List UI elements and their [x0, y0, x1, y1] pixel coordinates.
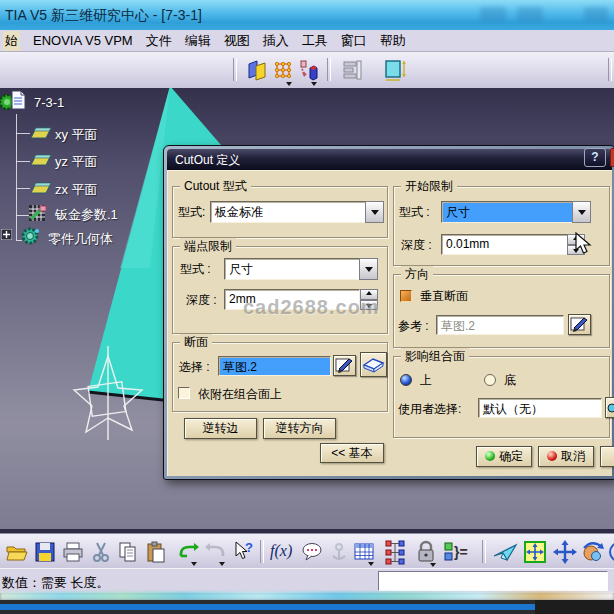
cut-icon[interactable] [89, 540, 113, 564]
plane-icon[interactable] [30, 180, 52, 196]
dialog-help-button[interactable]: ? [584, 148, 606, 167]
attach-checkbox[interactable] [178, 387, 190, 399]
tree-item-yz-plane[interactable]: yz 平面 [55, 153, 98, 171]
normal-to-profile-checkbox[interactable] [400, 290, 412, 302]
menu-window[interactable]: 窗口 [341, 32, 367, 50]
open-icon[interactable] [5, 540, 29, 564]
tree-root-label[interactable]: 7-3-1 [34, 95, 64, 110]
minimize-button[interactable] [480, 7, 506, 22]
sub-elements-book-icon[interactable] [360, 352, 387, 377]
sketch-edit-icon[interactable] [568, 314, 591, 335]
cutout-type-combo[interactable]: 板金标准 [210, 201, 367, 223]
fx-knowledge-icon[interactable]: f(x) [270, 542, 294, 566]
impact-top-radio[interactable] [400, 374, 412, 386]
lock-icon[interactable] [414, 539, 438, 563]
part-root-icon[interactable] [0, 90, 28, 112]
power-input-field[interactable] [378, 571, 608, 591]
tree-expand-icon[interactable] [1, 229, 12, 240]
menu-insert[interactable]: 插入 [263, 32, 289, 50]
dropdown-arrow-icon[interactable] [286, 82, 292, 86]
swap-visible-space-icon[interactable] [296, 58, 320, 82]
svg-text:}=: }= [454, 544, 468, 560]
start-limit-depth-label: 深度 : [401, 237, 432, 254]
combo-arrow-icon[interactable] [365, 201, 384, 223]
mouse-cursor [574, 232, 596, 256]
tree-item-xy-plane[interactable]: xy 平面 [55, 126, 98, 144]
copy-icon[interactable] [116, 540, 140, 564]
fit-all-in-icon[interactable] [522, 539, 546, 563]
comment-bubble-icon[interactable] [300, 540, 324, 564]
dialog-title: CutOut 定义 [175, 152, 240, 169]
plane-icon[interactable] [30, 152, 52, 168]
dropdown-arrow-icon[interactable] [311, 82, 317, 86]
help-pointer-icon[interactable]: ? [232, 540, 256, 564]
end-limit-type-combo[interactable]: 尺寸 [224, 258, 361, 280]
bottom-toolbar: ? f(x) }= [0, 533, 614, 569]
undo-icon[interactable] [176, 540, 200, 564]
structure-tree-icon[interactable] [384, 539, 408, 563]
tree-item-sheetmetal-params[interactable]: 钣金参数.1 [55, 206, 118, 224]
sheetmetal-parameters-icon[interactable] [28, 204, 48, 224]
section-selection-field[interactable]: 草图.2 [218, 356, 331, 376]
preview-button[interactable]: 预 [600, 446, 614, 467]
save-icon[interactable] [33, 540, 57, 564]
reverse-edge-button[interactable]: 逆转边 [184, 418, 257, 439]
ok-button[interactable]: 确定 [476, 446, 532, 467]
fly-mode-icon[interactable] [492, 540, 516, 564]
grid-points-icon[interactable] [271, 58, 295, 82]
formula-constraint-icon[interactable]: }= [443, 540, 467, 564]
svg-text:?: ? [245, 540, 253, 555]
part-body-icon[interactable] [20, 226, 42, 246]
start-limit-type-combo[interactable]: 尺寸 [441, 201, 574, 223]
start-limit-depth-input[interactable]: 0.01mm [441, 234, 568, 255]
dropdown-arrow-icon[interactable] [430, 563, 436, 567]
menu-help[interactable]: 帮助 [380, 32, 406, 50]
reverse-direction-button[interactable]: 逆转方向 [263, 418, 336, 439]
maximize-button[interactable] [517, 7, 543, 22]
eye-glasses-icon[interactable] [605, 397, 614, 418]
combo-arrow-icon[interactable] [572, 201, 591, 223]
menu-view[interactable]: 视图 [224, 32, 250, 50]
menu-edit[interactable]: 编辑 [185, 32, 211, 50]
rotate-icon[interactable] [580, 540, 604, 564]
sketch-edit-icon[interactable] [333, 355, 356, 376]
user-selection-label: 使用者选择: [398, 401, 461, 418]
dialog-titlebar[interactable]: CutOut 定义 [167, 149, 612, 170]
group-impact: 影响组合面 [393, 356, 610, 438]
group-legend: 方向 [401, 266, 433, 282]
tree-item-zx-plane[interactable]: zx 平面 [55, 181, 98, 199]
normal-to-profile-label: 垂直断面 [420, 288, 468, 305]
redo-icon[interactable] [204, 540, 228, 564]
impact-bottom-radio[interactable] [484, 374, 496, 386]
tree-item-part-body[interactable]: 零件几何体 [48, 230, 113, 248]
dimension-icon[interactable] [383, 57, 409, 81]
menu-tools[interactable]: 工具 [302, 32, 328, 50]
cancel-button[interactable]: 取消 [538, 446, 594, 467]
end-limit-type-label: 型式 : [180, 261, 211, 278]
user-selection-field[interactable]: 默认（无） [478, 398, 602, 418]
video-player-bar[interactable] [0, 600, 614, 614]
zoom-in-icon[interactable] [606, 539, 614, 563]
menu-enovia[interactable]: ENOVIA V5 VPM [33, 33, 133, 48]
player-progress-bar[interactable] [0, 604, 535, 610]
dialog-close-icon[interactable] [610, 148, 614, 167]
menu-start[interactable]: 始 [3, 31, 20, 51]
table-grid-icon[interactable] [352, 540, 376, 564]
menu-file[interactable]: 文件 [146, 32, 172, 50]
ok-green-dot-icon [485, 451, 495, 461]
print-icon[interactable] [61, 540, 85, 564]
pan-icon[interactable] [552, 539, 576, 563]
plane-icon[interactable] [30, 125, 52, 141]
paste-icon[interactable] [144, 540, 168, 564]
combo-arrow-icon[interactable] [359, 258, 378, 280]
reference-field[interactable]: 草图.2 [436, 315, 564, 335]
dropdown-arrow-icon[interactable] [368, 562, 374, 566]
planes-icon[interactable] [246, 58, 270, 82]
group-direction: 方向 [393, 274, 610, 348]
section-table-icon[interactable] [342, 58, 366, 82]
basic-toggle-button[interactable]: << 基本 [320, 443, 384, 463]
dropdown-arrow-icon[interactable] [219, 562, 225, 566]
close-button[interactable] [584, 7, 608, 22]
cutout-type-label: 型式: [178, 204, 205, 221]
dropdown-arrow-icon[interactable] [191, 562, 197, 566]
